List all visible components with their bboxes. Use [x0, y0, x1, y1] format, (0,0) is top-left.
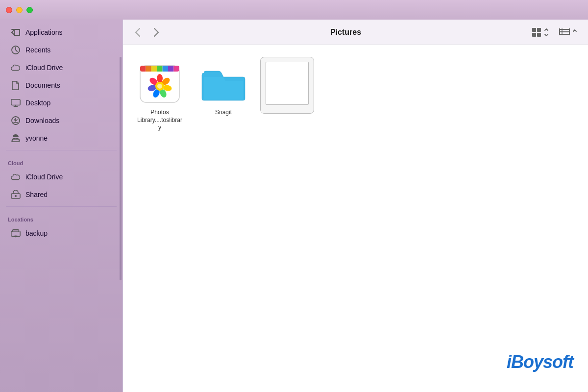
backup-icon	[11, 228, 21, 238]
sidebar-item-icloud-drive-2[interactable]: iCloud Drive	[3, 169, 120, 185]
photos-library-icon	[138, 61, 182, 105]
grid-view-button[interactable]	[528, 25, 552, 40]
svg-rect-36	[163, 66, 168, 72]
sidebar-item-applications[interactable]: Applications	[3, 24, 120, 41]
svg-rect-37	[168, 66, 173, 72]
applications-label: Applications	[25, 28, 63, 36]
cloud-section-label: Cloud	[0, 153, 122, 168]
downloads-icon	[11, 116, 21, 125]
svg-rect-8	[11, 99, 20, 105]
list-icon	[559, 27, 570, 37]
recents-icon	[11, 45, 21, 55]
documents-icon	[11, 80, 21, 90]
toolbar: Pictures	[123, 20, 588, 45]
shared-icon	[11, 190, 21, 199]
sidebar-divider-1	[6, 150, 117, 150]
photos-library-label: PhotosLibrary....toslibrary	[137, 109, 183, 132]
downloads-label: Downloads	[25, 117, 59, 124]
snagit-folder-icon	[201, 63, 245, 102]
list-chevron-icon	[572, 28, 577, 37]
back-button[interactable]	[131, 25, 145, 39]
svg-rect-20	[537, 28, 541, 32]
sidebar-item-recents[interactable]: Recents	[3, 42, 120, 58]
file-item-snagit[interactable]: Snagit	[196, 57, 250, 121]
icloud-drive-label: iCloud Drive	[25, 64, 63, 72]
sidebar-item-desktop[interactable]: Desktop	[3, 95, 120, 111]
svg-rect-22	[537, 33, 541, 37]
sidebar: Applications Recents iCloud Drive	[0, 20, 122, 392]
desktop-label: Desktop	[25, 99, 50, 107]
backup-label: backup	[25, 229, 48, 237]
toolbar-title: Pictures	[168, 28, 523, 37]
sidebar-item-documents[interactable]: Documents	[3, 77, 120, 94]
icloud-drive-2-label: iCloud Drive	[25, 173, 63, 181]
title-bar	[0, 0, 588, 20]
recents-label: Recents	[25, 46, 50, 54]
maximize-button[interactable]	[26, 7, 33, 13]
view-chevron-icon	[544, 28, 549, 37]
svg-rect-35	[157, 66, 162, 72]
svg-point-48	[157, 84, 162, 89]
snagit-label: Snagit	[215, 109, 232, 117]
svg-rect-38	[173, 66, 179, 72]
svg-rect-34	[151, 66, 157, 72]
sidebar-item-backup[interactable]: backup	[3, 225, 120, 242]
sidebar-item-yvonne[interactable]: yvonne	[3, 130, 120, 147]
svg-rect-19	[532, 28, 536, 32]
svg-rect-33	[146, 66, 151, 72]
svg-point-40	[157, 74, 163, 83]
snagit-icon-container	[201, 61, 245, 105]
sidebar-scrollbar[interactable]	[120, 57, 122, 280]
forward-button[interactable]	[149, 25, 163, 39]
yvonne-label: yvonne	[25, 134, 48, 142]
file-item-blank[interactable]	[260, 57, 314, 114]
sidebar-item-shared[interactable]: Shared	[3, 186, 120, 203]
svg-rect-13	[12, 139, 19, 142]
yvonne-icon	[11, 133, 21, 143]
photos-library-icon-container	[138, 61, 182, 105]
iboysoft-watermark: iBoysoft	[507, 352, 573, 372]
documents-label: Documents	[25, 81, 60, 89]
blank-icon-container	[265, 61, 309, 105]
files-grid: PhotosLibrary....toslibrary Snagit	[133, 57, 578, 136]
minimize-button[interactable]	[16, 7, 23, 13]
locations-section-label: Locations	[0, 210, 122, 224]
sidebar-divider-2	[6, 206, 117, 207]
toolbar-right	[528, 25, 580, 40]
file-area: PhotosLibrary....toslibrary Snagit	[123, 45, 588, 392]
desktop-icon	[11, 98, 21, 108]
file-item-photos-library[interactable]: PhotosLibrary....toslibrary	[133, 57, 187, 136]
sidebar-item-icloud-drive[interactable]: iCloud Drive	[3, 59, 120, 76]
main-container: Applications Recents iCloud Drive	[0, 20, 588, 392]
svg-point-15	[15, 195, 17, 197]
icloud-drive-2-icon	[11, 172, 21, 182]
svg-rect-21	[532, 33, 536, 37]
sidebar-item-downloads[interactable]: Downloads	[3, 112, 120, 129]
icloud-drive-icon	[11, 63, 21, 73]
shared-label: Shared	[25, 191, 48, 198]
svg-rect-32	[140, 66, 146, 72]
grid-icon	[531, 27, 542, 38]
applications-icon	[11, 27, 21, 37]
close-button[interactable]	[6, 7, 12, 13]
list-view-button[interactable]	[556, 25, 580, 39]
